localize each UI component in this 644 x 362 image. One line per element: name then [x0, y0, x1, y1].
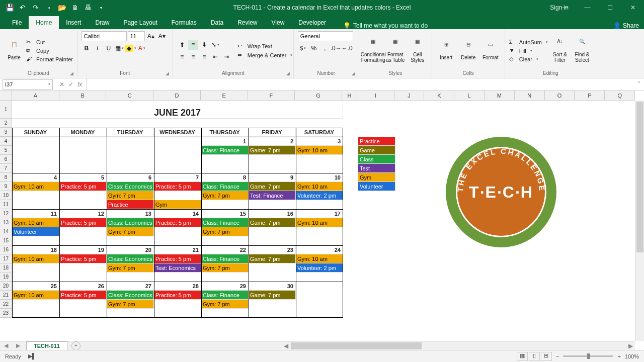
cell-C16[interactable]: 20 — [107, 245, 154, 254]
sheet-nav-prev-icon[interactable]: ◀ — [0, 342, 12, 349]
decrease-decimal-button[interactable]: ←.0 — [342, 43, 352, 53]
cell-C9[interactable]: Class: Economics — [107, 182, 154, 191]
cell-D8[interactable]: 7 — [154, 173, 201, 182]
col-header-J[interactable]: J — [394, 90, 425, 101]
tab-insert[interactable]: Insert — [59, 16, 88, 29]
autosum-button[interactable]: ΣAutoSum — [509, 39, 548, 46]
spreadsheet-grid[interactable]: ABCDEFGHIJKLMNOPQ 1234567891011121314151… — [0, 90, 644, 350]
cell-E22[interactable]: Gym: 7 pm — [201, 300, 249, 309]
cell-A8[interactable]: 4 — [12, 173, 59, 182]
italic-button[interactable]: I — [93, 43, 103, 53]
cell-F10[interactable]: Test: Finance — [249, 191, 296, 200]
tab-home[interactable]: Home — [29, 16, 59, 29]
col-header-O[interactable]: O — [545, 90, 575, 101]
cell-F21[interactable]: Game: 7 pm — [249, 291, 296, 300]
row-header-12[interactable]: 12 — [0, 209, 12, 218]
cell-F12[interactable]: 16 — [249, 209, 296, 218]
fill-color-button[interactable]: ◆ — [126, 43, 136, 53]
cell-C10[interactable]: Gym: 7 pm — [107, 191, 154, 200]
row-headers[interactable]: 1234567891011121314151617181920212223 — [0, 101, 12, 318]
col-header-M[interactable]: M — [485, 90, 515, 101]
ribbon-options-icon[interactable]: ⋯ — [553, 0, 576, 15]
align-left-button[interactable]: ≡ — [177, 52, 187, 62]
zoom-in-button[interactable]: + — [617, 353, 620, 359]
zoom-slider[interactable] — [563, 355, 613, 357]
cell-G18[interactable]: Volunteer: 2 pm — [296, 263, 343, 273]
cancel-formula-icon[interactable]: ✕ — [59, 81, 64, 88]
save-icon[interactable]: 💾 — [5, 3, 14, 12]
row-header-5[interactable]: 5 — [0, 146, 12, 155]
normal-view-button[interactable]: ▦ — [517, 352, 528, 361]
name-box[interactable]: I37▾ — [3, 79, 53, 89]
cell-C18[interactable]: Gym: 7 pm — [107, 263, 154, 273]
redo-icon[interactable]: ↷ — [31, 3, 40, 12]
tab-formulas[interactable]: Formulas — [165, 16, 204, 29]
cell-G17[interactable]: Gym: 10 am — [296, 254, 343, 263]
clear-button[interactable]: ◇Clear — [509, 56, 548, 63]
sheet-tab-active[interactable]: TECH-011 — [26, 341, 67, 350]
cell-I4[interactable]: Practice — [358, 137, 395, 146]
increase-font-button[interactable]: A▴ — [146, 31, 156, 41]
zoom-out-button[interactable]: − — [556, 353, 559, 359]
cell-E17[interactable]: Class: Finance — [201, 254, 249, 263]
cell-F13[interactable]: Game: 7 pm — [249, 218, 296, 227]
maximize-icon[interactable]: ☐ — [599, 0, 621, 15]
col-header-C[interactable]: C — [106, 90, 153, 101]
cell-F20[interactable]: 30 — [249, 282, 296, 291]
row-header-14[interactable]: 14 — [0, 227, 12, 236]
cell-G10[interactable]: Volunteer: 2 pm — [296, 191, 343, 200]
qat-dropdown-icon[interactable]: ▾ — [97, 3, 106, 12]
row-header-9[interactable]: 9 — [0, 182, 12, 191]
cell-A21[interactable]: Gym: 10 am — [12, 291, 59, 300]
row-header-6[interactable]: 6 — [0, 155, 12, 164]
cell-B13[interactable]: Practice: 5 pm — [59, 218, 107, 227]
orientation-button[interactable]: ⤡ — [210, 40, 220, 50]
cell-F5[interactable]: Game: 7 pm — [249, 146, 296, 155]
col-header-G[interactable]: G — [295, 90, 342, 101]
row-header-16[interactable]: 16 — [0, 245, 12, 254]
cell-I7[interactable]: Test — [358, 164, 395, 173]
cell-C8[interactable]: 6 — [107, 173, 154, 182]
open-icon[interactable]: 📂 — [57, 3, 66, 12]
cell-D12[interactable]: 14 — [154, 209, 201, 218]
font-size-select[interactable] — [128, 31, 145, 41]
cell-F17[interactable]: Game: 7 pm — [249, 254, 296, 263]
cell-area[interactable]: JUNE 2017SUNDAYMONDAYTUESDAYWEDNESDAYTHU… — [12, 101, 635, 341]
align-middle-button[interactable]: ≡ — [188, 40, 198, 50]
tab-data[interactable]: Data — [204, 16, 230, 29]
cell-I5[interactable]: Game — [358, 146, 395, 155]
cell-G13[interactable]: Gym: 10 am — [296, 218, 343, 227]
cell-B3[interactable]: MONDAY — [59, 128, 107, 137]
paste-button[interactable]: 📋 Paste — [4, 31, 24, 70]
align-center-button[interactable]: ≡ — [188, 52, 198, 62]
percent-format-button[interactable]: % — [309, 43, 319, 53]
cell-B20[interactable]: 26 — [59, 282, 107, 291]
row-header-10[interactable]: 10 — [0, 191, 12, 200]
cell-G3[interactable]: SATURDAY — [296, 128, 343, 137]
cell-E8[interactable]: 8 — [201, 173, 249, 182]
new-icon[interactable]: ▫ — [44, 3, 53, 12]
cell-C20[interactable]: 27 — [107, 282, 154, 291]
cell-F8[interactable]: 9 — [249, 173, 296, 182]
cell-G12[interactable]: 17 — [296, 209, 343, 218]
conditional-formatting-button[interactable]: ▦Conditional Formatting — [363, 31, 383, 70]
align-top-button[interactable]: ⬆ — [177, 40, 187, 50]
font-name-select[interactable] — [82, 31, 127, 41]
cell-G4[interactable]: 3 — [296, 137, 343, 146]
cell-D17[interactable]: Practice: 5 pm — [154, 254, 201, 263]
hscroll-thumb[interactable] — [291, 342, 422, 349]
cell-D3[interactable]: WEDNESDAY — [154, 128, 201, 137]
clipboard-launcher-icon[interactable]: ◢ — [70, 71, 76, 77]
page-break-view-button[interactable]: ⊞ — [541, 352, 552, 361]
cell-D9[interactable]: Practice: 5 pm — [154, 182, 201, 191]
cell-A17[interactable]: Gym: 10 am — [12, 254, 59, 263]
cell-B12[interactable]: 12 — [59, 209, 107, 218]
horizontal-scrollbar[interactable]: ◀ ▶ — [282, 341, 635, 350]
row-header-8[interactable]: 8 — [0, 173, 12, 182]
share-button[interactable]: 👤 Share — [613, 22, 639, 29]
cell-A3[interactable]: SUNDAY — [12, 128, 59, 137]
print-icon[interactable]: 🖶 — [84, 3, 93, 12]
row-header-18[interactable]: 18 — [0, 263, 12, 273]
cell-D11[interactable]: Gym — [154, 200, 201, 209]
format-painter-button[interactable]: 🖌Format Painter — [26, 56, 73, 63]
